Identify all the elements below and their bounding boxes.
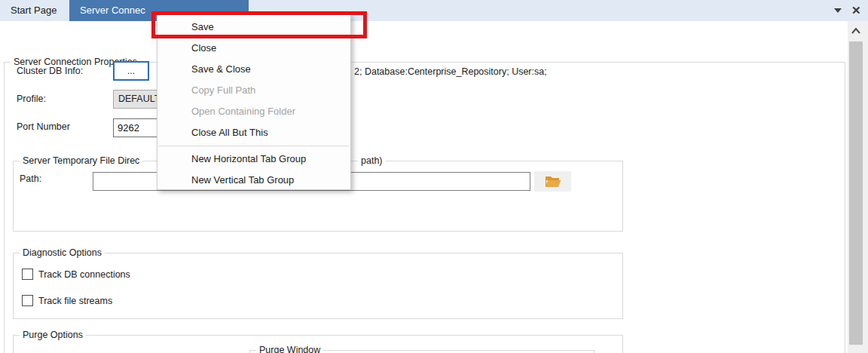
track-file-streams-label: Track file streams <box>38 296 112 306</box>
close-tab-icon[interactable]: ✕ <box>851 4 861 17</box>
temp-dir-title-left: Server Temporary File Direc <box>20 155 142 167</box>
folder-open-icon <box>545 175 561 188</box>
vertical-scrollbar[interactable] <box>848 21 868 353</box>
path-label: Path: <box>20 173 41 184</box>
document-pane: Server Connection Properties Cluster DB … <box>0 21 868 353</box>
cluster-db-browse-button[interactable]: ... <box>113 61 149 81</box>
menu-separator <box>159 146 349 146</box>
profile-label: Profile: <box>17 94 46 104</box>
tab-bar: Start Page Server Connec ✕ <box>0 0 868 21</box>
menu-item-open-containing-folder: Open Containing Folder <box>157 101 350 122</box>
menu-item-save-and-close[interactable]: Save & Close <box>157 59 350 80</box>
group-purge-options: Purge Options Purge Window <box>13 335 623 353</box>
scroll-up-button[interactable] <box>848 21 864 41</box>
active-files-dropdown-icon[interactable] <box>834 8 842 13</box>
group-diagnostic-options: Diagnostic Options Track DB connections … <box>13 253 623 319</box>
port-number-label: Port Number <box>17 121 70 132</box>
purge-options-title: Purge Options <box>20 330 86 341</box>
menu-item-new-vertical-tab-group[interactable]: New Vertical Tab Group <box>157 170 350 191</box>
purge-window-title: Purge Window <box>256 345 323 353</box>
browse-folder-button[interactable] <box>534 171 571 192</box>
cluster-db-info-text: 2; Database:Centerprise_Repository; User… <box>354 66 547 77</box>
track-db-connections-label: Track DB connections <box>38 269 130 280</box>
diagnostic-options-title: Diagnostic Options <box>20 247 105 259</box>
chevron-up-icon <box>851 28 860 34</box>
tab-start-page[interactable]: Start Page <box>0 0 68 21</box>
tab-context-menu: Save Close Save & Close Copy Full Path O… <box>157 14 351 190</box>
scrollbar-thumb[interactable] <box>849 41 863 345</box>
track-file-streams-checkbox[interactable] <box>22 295 33 306</box>
annotation-highlight-box <box>151 11 367 38</box>
menu-item-close[interactable]: Close <box>157 38 350 59</box>
menu-item-close-all-but-this[interactable]: Close All But This <box>157 122 350 143</box>
temp-dir-title-right: path) <box>358 155 386 167</box>
app-window: Server Connection Properties Cluster DB … <box>0 0 868 353</box>
menu-item-new-horizontal-tab-group[interactable]: New Horizontal Tab Group <box>157 149 350 170</box>
menu-item-copy-full-path: Copy Full Path <box>157 80 350 101</box>
track-db-connections-checkbox[interactable] <box>22 269 33 280</box>
group-purge-window: Purge Window <box>249 350 594 353</box>
cluster-db-info-label: Cluster DB Info: <box>17 66 83 76</box>
